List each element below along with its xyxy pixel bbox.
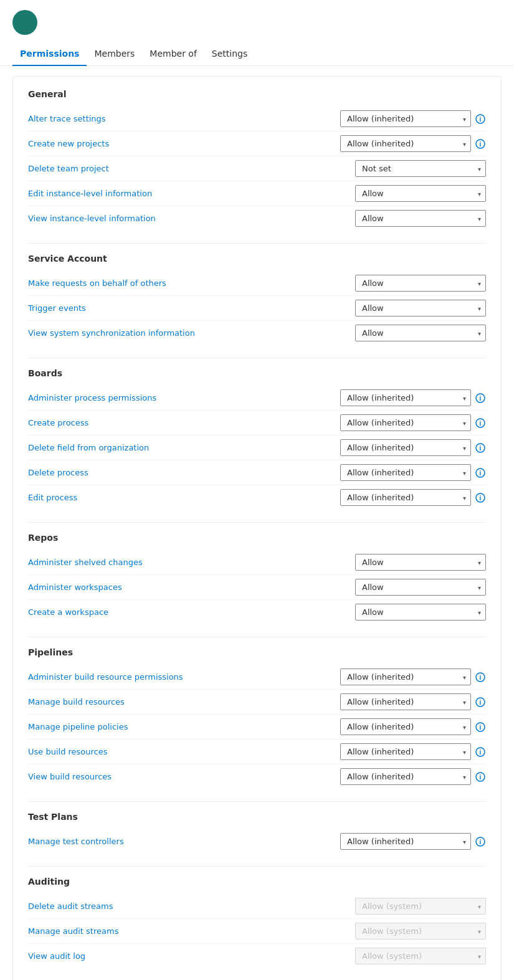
select-wrapper: Not setAllowAllow (inherited)DenyDeny (i…	[355, 948, 486, 964]
info-icon[interactable]: i	[475, 392, 486, 404]
permission-label: Trigger events	[28, 303, 355, 313]
permission-row: Manage audit streamsNot setAllowAllow (i…	[28, 919, 486, 944]
permission-row: View build resourcesNot setAllowAllow (i…	[28, 764, 486, 789]
permission-control: Not setAllowAllow (inherited)DenyDeny (i…	[355, 160, 486, 177]
svg-text:i: i	[480, 495, 482, 502]
tab-members[interactable]: Members	[87, 42, 142, 66]
permission-select[interactable]: Not setAllowAllow (inherited)DenyDeny (i…	[340, 489, 471, 506]
permission-row: Administer workspacesNot setAllowAllow (…	[28, 575, 486, 600]
section-divider	[28, 358, 486, 358]
permission-control: Not setAllowAllow (inherited)DenyDeny (i…	[340, 135, 486, 152]
permission-row: Create processNot setAllowAllow (inherit…	[28, 411, 486, 435]
svg-text:i: i	[480, 774, 482, 781]
permission-select[interactable]: Not setAllowAllow (inherited)DenyDeny (i…	[355, 210, 486, 227]
permission-select[interactable]: Not setAllowAllow (inherited)DenyDeny (i…	[340, 439, 471, 456]
permission-select[interactable]: Not setAllowAllow (inherited)DenyDeny (i…	[355, 898, 486, 915]
select-wrapper: Not setAllowAllow (inherited)DenyDeny (i…	[355, 300, 486, 316]
permission-row: Trigger eventsNot setAllowAllow (inherit…	[28, 296, 486, 321]
permission-select[interactable]: Not setAllowAllow (inherited)DenyDeny (i…	[355, 185, 486, 202]
permission-select[interactable]: Not setAllowAllow (inherited)DenyDeny (i…	[355, 923, 486, 940]
select-wrapper: Not setAllowAllow (inherited)DenyDeny (i…	[340, 718, 471, 735]
svg-text:i: i	[480, 749, 482, 756]
permission-label: Administer workspaces	[28, 583, 355, 592]
info-icon[interactable]: i	[475, 492, 486, 503]
info-icon[interactable]: i	[475, 771, 486, 783]
permission-row: Use build resourcesNot setAllowAllow (in…	[28, 740, 486, 764]
tab-settings[interactable]: Settings	[204, 42, 255, 66]
select-wrapper: Not setAllowAllow (inherited)DenyDeny (i…	[340, 110, 471, 127]
permission-control: Not setAllowAllow (inherited)DenyDeny (i…	[355, 898, 486, 915]
svg-text:i: i	[480, 674, 482, 681]
permission-select[interactable]: Not setAllowAllow (inherited)DenyDeny (i…	[340, 743, 471, 760]
permission-row: Manage build resourcesNot setAllowAllow …	[28, 690, 486, 715]
section-repos: ReposAdminister shelved changesNot setAl…	[28, 533, 486, 624]
permission-control: Not setAllowAllow (inherited)DenyDeny (i…	[340, 439, 486, 456]
permission-select[interactable]: Not setAllowAllow (inherited)DenyDeny (i…	[355, 604, 486, 621]
permission-row: Make requests on behalf of othersNot set…	[28, 271, 486, 296]
permission-row: Delete processNot setAllowAllow (inherit…	[28, 460, 486, 485]
permission-select[interactable]: Not setAllowAllow (inherited)DenyDeny (i…	[340, 668, 471, 685]
permission-label: Manage build resources	[28, 697, 340, 706]
info-icon[interactable]: i	[475, 721, 486, 733]
info-icon[interactable]: i	[475, 746, 486, 758]
permission-select[interactable]: Not setAllowAllow (inherited)DenyDeny (i…	[355, 554, 486, 571]
permission-control: Not setAllowAllow (inherited)DenyDeny (i…	[340, 768, 486, 785]
section-divider	[28, 637, 486, 637]
permission-select[interactable]: Not setAllowAllow (inherited)DenyDeny (i…	[340, 768, 471, 785]
tab-member-of[interactable]: Member of	[142, 42, 204, 66]
permission-label: Delete audit streams	[28, 902, 355, 911]
section-title: Service Account	[28, 254, 486, 264]
permission-select[interactable]: Not setAllowAllow (inherited)DenyDeny (i…	[355, 579, 486, 596]
permission-label: Administer build resource permissions	[28, 672, 340, 682]
select-wrapper: Not setAllowAllow (inherited)DenyDeny (i…	[340, 668, 471, 685]
info-icon[interactable]: i	[475, 113, 486, 125]
permission-row: Delete team projectNot setAllowAllow (in…	[28, 156, 486, 181]
svg-text:i: i	[480, 724, 482, 731]
permission-select[interactable]: Not setAllowAllow (inherited)DenyDeny (i…	[340, 135, 471, 152]
info-icon[interactable]: i	[475, 672, 486, 683]
permission-row: View system synchronization informationN…	[28, 321, 486, 345]
permission-select[interactable]: Not setAllowAllow (inherited)DenyDeny (i…	[355, 160, 486, 177]
permission-row: Manage test controllersNot setAllowAllow…	[28, 829, 486, 854]
select-wrapper: Not setAllowAllow (inherited)DenyDeny (i…	[355, 898, 486, 915]
permission-label: Delete process	[28, 468, 340, 477]
info-icon[interactable]: i	[475, 697, 486, 708]
permission-control: Not setAllowAllow (inherited)DenyDeny (i…	[355, 325, 486, 341]
permission-select[interactable]: Not setAllowAllow (inherited)DenyDeny (i…	[340, 464, 471, 481]
section-auditing: AuditingDelete audit streamsNot setAllow…	[28, 877, 486, 968]
permission-label: Administer process permissions	[28, 393, 340, 402]
section-title: Boards	[28, 368, 486, 378]
permission-select[interactable]: Not setAllowAllow (inherited)DenyDeny (i…	[355, 300, 486, 316]
permission-select[interactable]: Not setAllowAllow (inherited)DenyDeny (i…	[340, 414, 471, 431]
info-icon[interactable]: i	[475, 417, 486, 429]
svg-text:i: i	[480, 699, 482, 706]
permission-label: Create process	[28, 418, 340, 427]
svg-text:i: i	[480, 839, 482, 845]
tab-permissions[interactable]: Permissions	[12, 42, 87, 66]
info-icon[interactable]: i	[475, 836, 486, 847]
select-wrapper: Not setAllowAllow (inherited)DenyDeny (i…	[340, 464, 471, 481]
permission-label: View build resources	[28, 772, 340, 781]
info-icon[interactable]: i	[475, 467, 486, 478]
permission-select[interactable]: Not setAllowAllow (inherited)DenyDeny (i…	[355, 275, 486, 292]
permission-select[interactable]: Not setAllowAllow (inherited)DenyDeny (i…	[340, 693, 471, 710]
select-wrapper: Not setAllowAllow (inherited)DenyDeny (i…	[340, 135, 471, 152]
permission-row: Create a workspaceNot setAllowAllow (inh…	[28, 600, 486, 624]
permission-select[interactable]: Not setAllowAllow (inherited)DenyDeny (i…	[340, 718, 471, 735]
permission-label: View system synchronization information	[28, 328, 355, 338]
section-title: Auditing	[28, 877, 486, 887]
permission-row: Edit processNot setAllowAllow (inherited…	[28, 485, 486, 510]
info-icon[interactable]: i	[475, 442, 486, 454]
tabs-nav: Permissions Members Member of Settings	[0, 42, 514, 66]
permission-control: Not setAllowAllow (inherited)DenyDeny (i…	[340, 668, 486, 685]
permission-select[interactable]: Not setAllowAllow (inherited)DenyDeny (i…	[340, 110, 471, 127]
permission-row: Create new projectsNot setAllowAllow (in…	[28, 131, 486, 156]
permission-control: Not setAllowAllow (inherited)DenyDeny (i…	[355, 185, 486, 202]
permission-select[interactable]: Not setAllowAllow (inherited)DenyDeny (i…	[340, 389, 471, 406]
permission-select[interactable]: Not setAllowAllow (inherited)DenyDeny (i…	[355, 948, 486, 964]
section-pipelines: PipelinesAdminister build resource permi…	[28, 647, 486, 789]
permission-select[interactable]: Not setAllowAllow (inherited)DenyDeny (i…	[355, 325, 486, 341]
permission-select[interactable]: Not setAllowAllow (inherited)DenyDeny (i…	[340, 833, 471, 850]
section-test-plans: Test PlansManage test controllersNot set…	[28, 812, 486, 854]
info-icon[interactable]: i	[475, 138, 486, 150]
